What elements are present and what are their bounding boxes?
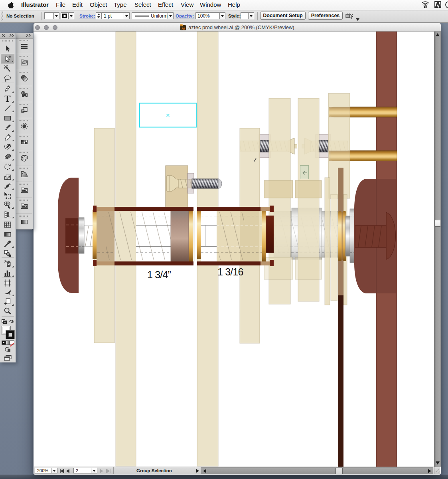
scroll-down-arrow[interactable] xyxy=(434,461,440,466)
window-resize-grip[interactable] xyxy=(434,467,440,474)
dock-transparency-panel[interactable] xyxy=(16,70,32,86)
artboard-number-dropdown[interactable] xyxy=(91,468,97,473)
previous-artboard-button[interactable] xyxy=(66,468,71,473)
mesh-tool[interactable] xyxy=(1,220,14,230)
variable-width-combo[interactable]: Uniform xyxy=(132,12,168,19)
stroke-color-dropdown[interactable] xyxy=(69,12,74,19)
vertical-scroll-thumb[interactable] xyxy=(435,220,440,227)
dock-gradient-fan-panel[interactable] xyxy=(16,166,32,182)
dock-gradient-panel[interactable] xyxy=(16,214,32,230)
variable-width-dropdown[interactable] xyxy=(168,12,174,19)
rotate-tool[interactable] xyxy=(1,162,14,172)
artboard-tool[interactable] xyxy=(1,278,14,288)
style-dropdown[interactable] xyxy=(249,12,254,19)
type-tool[interactable] xyxy=(1,94,14,103)
eyedropper-tool[interactable] xyxy=(1,239,14,249)
stroke-panel-link[interactable]: Stroke: xyxy=(79,10,95,22)
dock-grip[interactable] xyxy=(19,152,29,153)
dock-grip[interactable] xyxy=(19,40,29,41)
apple-icon[interactable] xyxy=(8,2,14,10)
column-graph-tool[interactable] xyxy=(1,268,14,278)
wheel-axle-drawing[interactable]: 1 3/4” 1 3/16 xyxy=(58,32,397,467)
none-mode-button[interactable] xyxy=(10,340,14,345)
dock-swatches-panel[interactable] xyxy=(16,134,32,150)
dock-grip[interactable] xyxy=(19,88,29,89)
menu-item-illustrator[interactable]: Illustrator xyxy=(21,0,49,10)
fill-color-dropdown[interactable] xyxy=(54,12,59,19)
stroke-color-box[interactable] xyxy=(6,330,15,339)
dock-grip[interactable] xyxy=(19,216,29,217)
dock-grip[interactable] xyxy=(19,168,29,169)
dock-panel-menu[interactable] xyxy=(16,38,32,54)
dock-artboards-panel[interactable] xyxy=(16,198,32,214)
panel-dock-header[interactable] xyxy=(16,33,33,39)
symbol-sprayer-tool[interactable] xyxy=(1,259,14,268)
zoom-level-dropdown[interactable] xyxy=(51,468,57,473)
dock-appearance-panel[interactable] xyxy=(16,86,32,102)
gradient-tool[interactable] xyxy=(1,230,14,239)
stroke-color-swatch[interactable] xyxy=(61,12,69,19)
default-fill-stroke-icon[interactable] xyxy=(2,319,7,324)
adobe-icon[interactable] xyxy=(434,1,441,10)
paintbrush-tool[interactable] xyxy=(1,123,14,133)
draw-mode-icon[interactable] xyxy=(4,347,11,352)
zoom-level-field[interactable]: 200% xyxy=(35,468,51,473)
lasso-tool[interactable] xyxy=(1,74,14,83)
pencil-tool[interactable] xyxy=(1,133,14,142)
blob-brush-tool[interactable] xyxy=(1,142,14,152)
stroke-weight-field[interactable]: 1 pt xyxy=(102,12,124,19)
dock-grip[interactable] xyxy=(19,104,29,105)
status-display-menu[interactable] xyxy=(194,467,201,474)
line-segment-tool[interactable] xyxy=(1,103,14,113)
canvas[interactable]: 1 3/4” 1 3/16 xyxy=(34,32,434,467)
menu-item-view[interactable]: View xyxy=(181,0,193,10)
dock-pathfinder-panel[interactable] xyxy=(16,102,32,118)
magic-wand-tool[interactable] xyxy=(1,64,14,73)
perspective-grid-tool[interactable] xyxy=(1,210,14,219)
eraser-tool[interactable] xyxy=(1,152,14,161)
zoom-tool[interactable] xyxy=(1,306,14,316)
dock-layers-panel[interactable] xyxy=(16,182,32,198)
print-tiling-tool[interactable] xyxy=(1,297,14,307)
tools-palette-header[interactable] xyxy=(0,33,16,39)
horizontal-scrollbar[interactable] xyxy=(201,467,433,474)
rectangle-tool[interactable] xyxy=(1,113,14,123)
dock-color-panel[interactable] xyxy=(16,150,32,166)
menu-item-file[interactable]: File xyxy=(56,0,65,10)
menu-item-select[interactable]: Select xyxy=(134,0,151,10)
width-tool[interactable] xyxy=(1,181,14,191)
select-similar-dropdown[interactable] xyxy=(356,15,359,22)
free-transform-tool[interactable] xyxy=(1,191,14,200)
wifi-icon[interactable] xyxy=(421,1,430,11)
clock-icon[interactable] xyxy=(445,1,448,11)
menu-item-help[interactable]: Help xyxy=(228,0,240,10)
stroke-weight-dropdown[interactable] xyxy=(124,12,130,19)
window-title-bar[interactable]: Ai aztec prod wheel.ai @ 200% (CMYK/Prev… xyxy=(34,22,441,32)
menu-item-effect[interactable]: Effect xyxy=(158,0,173,10)
horizontal-scroll-thumb[interactable] xyxy=(336,468,343,474)
dock-grip[interactable] xyxy=(19,200,29,201)
menu-item-type[interactable]: Type xyxy=(114,0,127,10)
pen-tool[interactable] xyxy=(1,84,14,94)
next-artboard-button[interactable] xyxy=(100,468,106,473)
document-setup-button[interactable]: Document Setup xyxy=(260,12,306,20)
menu-item-object[interactable]: Object xyxy=(90,0,107,10)
fill-color-swatch[interactable] xyxy=(44,12,54,19)
screen-mode-icon[interactable] xyxy=(4,355,12,361)
menu-item-window[interactable]: Window xyxy=(200,0,221,10)
palette-grip[interactable] xyxy=(2,40,13,42)
opacity-dropdown[interactable] xyxy=(220,12,225,19)
opacity-panel-link[interactable]: Opacity: xyxy=(176,10,194,22)
scale-tool[interactable] xyxy=(1,172,14,181)
style-swatch[interactable] xyxy=(241,12,249,19)
scroll-up-arrow[interactable] xyxy=(434,33,440,38)
dock-grip[interactable] xyxy=(19,136,29,137)
opacity-field[interactable]: 100% xyxy=(195,12,220,19)
menu-item-edit[interactable]: Edit xyxy=(72,0,83,10)
shape-builder-tool[interactable] xyxy=(1,200,14,210)
dock-brushes-panel[interactable] xyxy=(16,118,32,134)
dock-grip[interactable] xyxy=(19,56,29,57)
selection-tool[interactable] xyxy=(1,44,14,53)
slice-tool[interactable] xyxy=(1,287,14,297)
select-similar-icon[interactable] xyxy=(345,13,353,21)
